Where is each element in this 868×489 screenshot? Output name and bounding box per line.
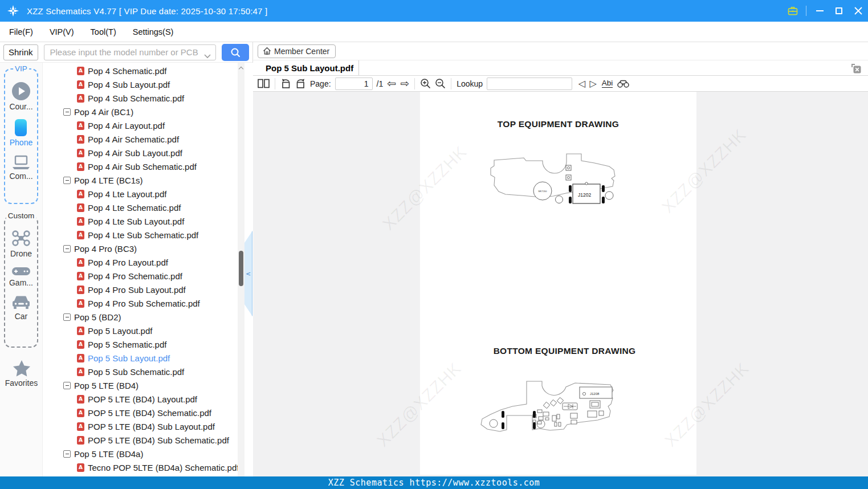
scroll-up-icon[interactable]: [239, 66, 243, 71]
tree-row[interactable]: Pop 5 Sub Layout.pdf: [43, 351, 237, 365]
tree-row-label: Pop 4 Air Sub Schematic.pdf: [88, 162, 197, 172]
tree-row[interactable]: Tecno POP 5LTE (BD4a) Schematic.pdf: [43, 461, 237, 474]
next-page-icon[interactable]: ⇨: [400, 78, 409, 89]
previous-page-icon[interactable]: ⇦: [387, 78, 396, 89]
sidebar-item-computer[interactable]: Com...: [9, 155, 32, 181]
match-case-button[interactable]: Abi: [602, 79, 613, 88]
collapse-minus-icon[interactable]: [63, 108, 71, 116]
model-search-input[interactable]: [44, 45, 215, 60]
tree-row[interactable]: Pop 4 Lte Sub Layout.pdf: [43, 214, 237, 228]
close-button[interactable]: [849, 0, 868, 22]
tree-row[interactable]: Pop 4 Pro Sub Layout.pdf: [43, 283, 237, 296]
bottom-board-drawing: J1208: [478, 378, 620, 436]
tree-row-label: Pop 4 Air (BC1): [74, 107, 133, 117]
sidebar-item-favorites[interactable]: Favorites: [0, 359, 43, 388]
menu-settings[interactable]: Settings(S): [133, 27, 182, 36]
tree-row-label: Pop 4 Schematic.pdf: [88, 66, 166, 76]
close-all-tabs-button[interactable]: [850, 63, 861, 76]
pdf-file-icon: [77, 286, 84, 294]
lookup-input[interactable]: [487, 78, 572, 90]
gamepad-icon: [11, 266, 31, 276]
tree-row[interactable]: Pop 4 Lte Layout.pdf: [43, 187, 237, 201]
whole-word-button[interactable]: [617, 79, 630, 88]
minimize-icon: [816, 10, 824, 11]
zoom-out-button[interactable]: [435, 78, 446, 89]
tree-row[interactable]: Pop 5 LTE (BD4a): [43, 447, 237, 461]
pdf-viewer[interactable]: TOP EQUIPMENT DRAWING: [253, 92, 868, 476]
sidebar-item-drone[interactable]: Drone: [10, 229, 32, 258]
tree-row[interactable]: Pop 4 LTE (BC1s): [43, 173, 237, 187]
tree-row[interactable]: POP 5 LTE (BD4) Sub Layout.pdf: [43, 419, 237, 433]
rotate-left-button[interactable]: [280, 78, 291, 89]
collapse-minus-icon[interactable]: [63, 313, 71, 321]
collapse-minus-icon[interactable]: [63, 177, 71, 184]
panel-collapse-handle[interactable]: <: [244, 231, 252, 316]
viewer-panel: Member Center Pop 5 Sub Layout.pdf: [253, 42, 868, 476]
custom-group-label: Custom: [6, 211, 36, 220]
tree-row[interactable]: POP 5 LTE (BD4) Schematic.pdf: [43, 406, 237, 419]
tree-row[interactable]: Pop 5 Layout.pdf: [43, 324, 237, 337]
minimize-button[interactable]: [810, 0, 829, 22]
tree-row[interactable]: Pop 4 Lte Schematic.pdf: [43, 201, 237, 214]
tree-row-label: Pop 4 Pro Schematic.pdf: [88, 271, 182, 281]
page-number-input[interactable]: [335, 78, 373, 90]
menu-tool[interactable]: Tool(T): [91, 27, 125, 36]
vip-briefcase-button[interactable]: [783, 0, 802, 22]
page-total: /1: [377, 79, 384, 88]
tree-row[interactable]: Pop 4 Pro Layout.pdf: [43, 255, 237, 269]
find-next-icon[interactable]: ▷: [589, 79, 596, 88]
sidebar-item-game[interactable]: Gam...: [9, 266, 33, 287]
tree-row[interactable]: Pop 4 Air (BC1): [43, 105, 237, 119]
zoom-in-icon: [420, 78, 431, 89]
menu-vip[interactable]: VIP(V): [50, 27, 83, 36]
tree-row[interactable]: Pop 4 Lte Sub Schematic.pdf: [43, 228, 237, 242]
tree-row-label: Pop 4 Lte Sub Layout.pdf: [88, 217, 184, 226]
tree-scrollbar-thumb[interactable]: [239, 251, 243, 286]
tree-row[interactable]: Pop 4 Sub Layout.pdf: [43, 78, 237, 91]
tree-row[interactable]: Pop 4 Air Schematic.pdf: [43, 132, 237, 146]
rotate-right-button[interactable]: [295, 78, 306, 89]
pdf-file-icon: [77, 231, 84, 239]
chevron-down-icon[interactable]: [204, 51, 211, 61]
sidebar-item-phone[interactable]: Phone: [10, 119, 32, 147]
tree-row[interactable]: Pop 4 Pro Sub Schematic.pdf: [43, 296, 237, 310]
menu-file[interactable]: File(F): [9, 27, 42, 36]
pdf-file-icon: [77, 149, 84, 157]
collapse-minus-icon[interactable]: [63, 245, 71, 252]
collapse-minus-icon[interactable]: [63, 450, 71, 458]
model-search-combo[interactable]: [44, 44, 216, 60]
shrink-button[interactable]: Shrink: [3, 44, 38, 60]
tree-row[interactable]: Pop 4 Schematic.pdf: [43, 64, 237, 78]
tree-scrollbar[interactable]: [238, 63, 244, 476]
two-page-view-button[interactable]: [258, 79, 270, 88]
title-bar: XZZ Schematics V4.77 [ VIP Due date: 202…: [0, 0, 868, 22]
sidebar-item-car[interactable]: Car: [11, 295, 31, 321]
find-previous-icon[interactable]: ◁: [578, 79, 585, 88]
member-row: Member Center: [253, 42, 868, 60]
two-page-icon: [258, 79, 270, 88]
tree-row[interactable]: Pop 5 LTE (BD4): [43, 378, 237, 392]
collapse-minus-icon[interactable]: [63, 382, 71, 389]
tab-pop5-sub-layout[interactable]: Pop 5 Sub Layout.pdf: [253, 60, 359, 75]
tree-row[interactable]: Pop 4 Pro (BC3): [43, 242, 237, 255]
pdf-file-icon: [77, 299, 84, 308]
tree-row[interactable]: Pop 4 Air Sub Layout.pdf: [43, 146, 237, 160]
tree-row[interactable]: Pop 5 Sub Schematic.pdf: [43, 365, 237, 378]
zoom-in-button[interactable]: [420, 78, 431, 89]
tree-row[interactable]: Pop 4 Air Layout.pdf: [43, 119, 237, 132]
tree-row[interactable]: POP 5 LTE (BD4) Layout.pdf: [43, 392, 237, 406]
tree-row[interactable]: Pop 5 (BD2): [43, 310, 237, 324]
maximize-button[interactable]: [829, 0, 849, 22]
member-center-button[interactable]: Member Center: [258, 44, 336, 58]
tree-row-label: Pop 4 Pro Sub Schematic.pdf: [88, 299, 200, 308]
pdf-file-icon: [77, 463, 84, 472]
tree-row[interactable]: Pop 5 Schematic.pdf: [43, 337, 237, 351]
pdf-file-icon: [77, 258, 84, 267]
tree-row[interactable]: Pop 4 Pro Schematic.pdf: [43, 269, 237, 283]
tree-row[interactable]: POP 5 LTE (BD4) Sub Schematic.pdf: [43, 433, 237, 447]
sidebar-item-course[interactable]: Cour...: [9, 82, 32, 111]
pdf-file-icon: [77, 94, 84, 103]
tree-row[interactable]: Pop 4 Air Sub Schematic.pdf: [43, 160, 237, 173]
search-button[interactable]: [222, 44, 249, 61]
tree-row[interactable]: Pop 4 Sub Schematic.pdf: [43, 91, 237, 105]
